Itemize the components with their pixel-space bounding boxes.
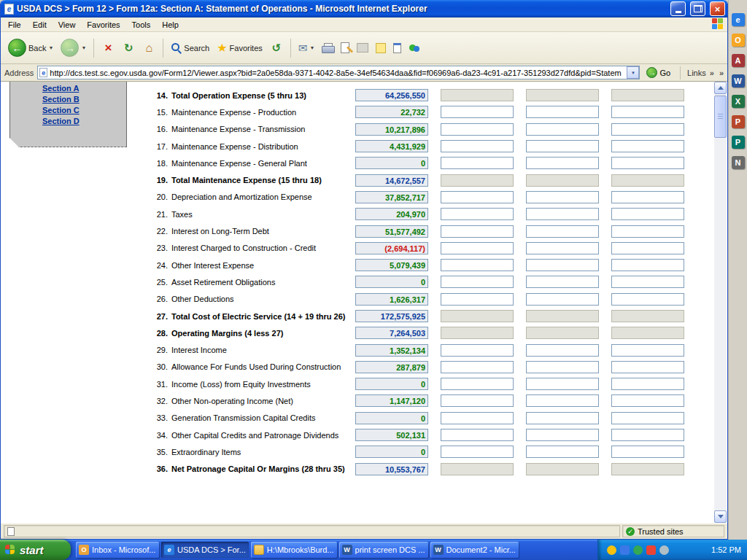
- row-input-2[interactable]: [441, 225, 514, 238]
- row-input-4[interactable]: [611, 123, 684, 136]
- sidebar-link-section-a[interactable]: Section A: [42, 84, 126, 93]
- dock-icon-8[interactable]: N: [732, 156, 745, 169]
- row-input-3[interactable]: [526, 242, 599, 254]
- row-input-2[interactable]: [441, 106, 514, 118]
- taskbar-button[interactable]: WDocument2 - Micr...: [430, 542, 519, 558]
- menu-item-edit[interactable]: Edit: [27, 19, 53, 31]
- row-input-2[interactable]: [441, 157, 514, 169]
- tray-icon-1[interactable]: [607, 545, 616, 555]
- home-button[interactable]: ⌂: [139, 40, 158, 56]
- tray-icon-3[interactable]: [633, 545, 643, 555]
- row-input-3[interactable]: [526, 394, 599, 407]
- scroll-up-button[interactable]: [714, 82, 727, 94]
- dock-icon-1[interactable]: e: [732, 13, 745, 26]
- row-input-3[interactable]: [526, 412, 599, 424]
- row-input-4[interactable]: [611, 276, 684, 288]
- row-input-4[interactable]: [611, 140, 684, 152]
- row-input-3[interactable]: [526, 106, 599, 118]
- row-input-3[interactable]: [526, 429, 599, 441]
- address-dropdown-button[interactable]: ▼: [627, 66, 639, 79]
- dock-icon-3[interactable]: A: [732, 54, 745, 67]
- row-input-4[interactable]: [611, 157, 684, 169]
- row-input-3[interactable]: [526, 225, 599, 238]
- discuss-button[interactable]: [354, 42, 371, 54]
- mail-button[interactable]: ✉ ▼: [295, 41, 318, 55]
- row-input-2[interactable]: [441, 344, 514, 357]
- menu-item-favorites[interactable]: Favorites: [81, 19, 125, 31]
- start-button[interactable]: start: [0, 540, 71, 560]
- mail-dropdown-icon[interactable]: ▼: [309, 45, 314, 50]
- search-button[interactable]: Search: [168, 41, 212, 55]
- taskbar-button[interactable]: eUSDA DCS > For...: [161, 542, 249, 558]
- row-input-2[interactable]: [441, 123, 514, 136]
- menu-item-help[interactable]: Help: [156, 19, 185, 31]
- sidebar-link-section-d[interactable]: Section D: [42, 117, 126, 126]
- row-input-2[interactable]: [441, 140, 514, 152]
- taskbar-button[interactable]: Wprint screen DCS ...: [339, 542, 428, 558]
- row-input-2[interactable]: [441, 259, 514, 271]
- row-input-4[interactable]: [611, 344, 684, 357]
- taskbar-button[interactable]: OInbox - Microsof...: [76, 542, 159, 558]
- row-input-4[interactable]: [611, 361, 684, 373]
- row-input-4[interactable]: [611, 378, 684, 390]
- go-button[interactable]: → Go: [643, 66, 673, 79]
- edit-button[interactable]: [338, 41, 352, 55]
- row-input-4[interactable]: [611, 242, 684, 254]
- row-input-4[interactable]: [611, 259, 684, 271]
- row-input-3[interactable]: [526, 293, 599, 306]
- row-input-2[interactable]: [441, 293, 514, 306]
- forward-dropdown-icon[interactable]: ▼: [81, 45, 86, 50]
- scrollbar-thumb[interactable]: [714, 96, 727, 138]
- sidebar-link-section-b[interactable]: Section B: [42, 95, 126, 104]
- forward-button[interactable]: → ▼: [58, 37, 89, 58]
- close-button[interactable]: ×: [710, 1, 725, 16]
- row-input-2[interactable]: [441, 378, 514, 390]
- row-input-2[interactable]: [441, 412, 514, 424]
- sidebar-link-section-c[interactable]: Section C: [42, 106, 126, 115]
- messenger-button[interactable]: [406, 42, 423, 55]
- row-input-3[interactable]: [526, 140, 599, 152]
- row-input-3[interactable]: [526, 344, 599, 357]
- restore-button[interactable]: [690, 1, 705, 16]
- row-input-2[interactable]: [441, 242, 514, 254]
- row-input-4[interactable]: [611, 412, 684, 424]
- back-dropdown-icon[interactable]: ▼: [48, 45, 53, 50]
- row-input-3[interactable]: [526, 191, 599, 203]
- vertical-scrollbar[interactable]: [714, 82, 727, 523]
- dock-icon-6[interactable]: P: [732, 115, 745, 128]
- row-input-3[interactable]: [526, 361, 599, 373]
- links-chevron-icon[interactable]: »: [710, 69, 714, 77]
- refresh-button[interactable]: ↻: [119, 40, 138, 56]
- toolbar-overflow-chevron-icon[interactable]: »: [719, 69, 724, 77]
- row-input-3[interactable]: [526, 123, 599, 136]
- row-input-3[interactable]: [526, 276, 599, 288]
- tray-icon-4[interactable]: [646, 545, 656, 555]
- row-input-3[interactable]: [526, 378, 599, 390]
- row-input-3[interactable]: [526, 259, 599, 271]
- row-input-2[interactable]: [441, 276, 514, 288]
- row-input-4[interactable]: [611, 446, 684, 458]
- history-button[interactable]: ↺: [267, 40, 286, 56]
- tray-icon-5[interactable]: [659, 545, 669, 555]
- dock-icon-2[interactable]: O: [732, 34, 745, 47]
- row-input-3[interactable]: [526, 157, 599, 169]
- row-input-2[interactable]: [441, 446, 514, 458]
- address-input[interactable]: e http://dcs.test.sc.egov.usda.gov/Form1…: [37, 66, 640, 79]
- back-button[interactable]: ← Back ▼: [5, 37, 56, 58]
- dock-icon-7[interactable]: P: [732, 136, 745, 149]
- row-input-2[interactable]: [441, 191, 514, 203]
- row-input-3[interactable]: [526, 446, 599, 458]
- row-input-4[interactable]: [611, 208, 684, 220]
- row-input-4[interactable]: [611, 225, 684, 238]
- row-input-4[interactable]: [611, 106, 684, 118]
- menu-item-file[interactable]: File: [2, 19, 27, 31]
- minimize-button[interactable]: [670, 1, 686, 16]
- internet-explorer-icon[interactable]: e: [4, 4, 14, 15]
- favorites-button[interactable]: ★ Favorites: [214, 41, 266, 55]
- scroll-down-button[interactable]: [714, 510, 727, 523]
- row-input-2[interactable]: [441, 429, 514, 441]
- row-input-4[interactable]: [611, 191, 684, 203]
- row-input-4[interactable]: [611, 293, 684, 306]
- print-button[interactable]: [319, 42, 336, 55]
- tray-icon-2[interactable]: [620, 545, 630, 555]
